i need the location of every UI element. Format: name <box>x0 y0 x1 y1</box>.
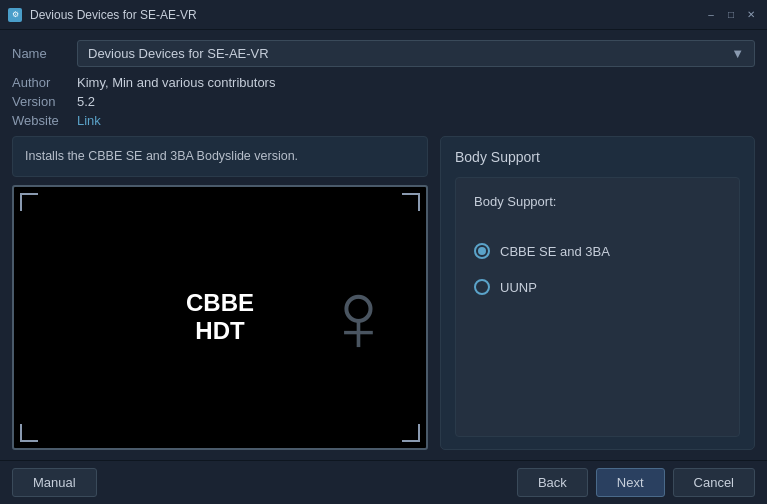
option-group-label: Body Support: <box>474 194 721 209</box>
window-title: Devious Devices for SE-AE-VR <box>30 8 703 22</box>
author-value: Kimy, Min and various contributors <box>77 75 275 90</box>
app-icon: ⚙ <box>8 8 22 22</box>
chevron-down-icon: ▼ <box>731 46 744 61</box>
name-row: Name Devious Devices for SE-AE-VR ▼ <box>12 40 755 67</box>
corner-br <box>402 424 420 442</box>
corner-tr <box>402 193 420 211</box>
radio-cbbe-indicator <box>474 243 490 259</box>
right-panel: Body Support Body Support: CBBE SE and 3… <box>440 136 755 450</box>
bottom-bar: Manual Back Next Cancel <box>0 460 767 504</box>
version-label: Version <box>12 94 67 109</box>
description-text: Installs the CBBE SE and 3BA Bodyslide v… <box>25 149 298 163</box>
left-panel: Installs the CBBE SE and 3BA Bodyslide v… <box>12 136 428 450</box>
radio-uunp-indicator <box>474 279 490 295</box>
manual-button[interactable]: Manual <box>12 468 97 497</box>
radio-option-cbbe[interactable]: CBBE SE and 3BA <box>474 243 721 259</box>
corner-bl <box>20 424 38 442</box>
section-title: Body Support <box>455 149 740 165</box>
section-inner: Body Support: CBBE SE and 3BA UUNP <box>455 177 740 437</box>
mod-image: ♀ CBBE HDT <box>12 185 428 450</box>
name-label: Name <box>12 46 67 61</box>
corner-tl <box>20 193 38 211</box>
nav-button-group: Back Next Cancel <box>517 468 755 497</box>
radio-uunp-label: UUNP <box>500 280 537 295</box>
minimize-button[interactable]: – <box>703 7 719 23</box>
next-button[interactable]: Next <box>596 468 665 497</box>
website-label: Website <box>12 113 67 128</box>
main-content: Name Devious Devices for SE-AE-VR ▼ Auth… <box>0 30 767 460</box>
website-link[interactable]: Link <box>77 113 101 128</box>
close-button[interactable]: ✕ <box>743 7 759 23</box>
back-button[interactable]: Back <box>517 468 588 497</box>
image-line1: CBBE <box>186 289 254 318</box>
version-value: 5.2 <box>77 94 95 109</box>
main-area: Installs the CBBE SE and 3BA Bodyslide v… <box>12 136 755 450</box>
version-row: Version 5.2 <box>12 92 755 111</box>
titlebar: ⚙ Devious Devices for SE-AE-VR – □ ✕ <box>0 0 767 30</box>
radio-option-uunp[interactable]: UUNP <box>474 279 721 295</box>
website-row: Website Link <box>12 111 755 130</box>
meta-rows: Author Kimy, Min and various contributor… <box>12 73 755 130</box>
radio-cbbe-label: CBBE SE and 3BA <box>500 244 610 259</box>
name-select-value: Devious Devices for SE-AE-VR <box>88 46 269 61</box>
maximize-button[interactable]: □ <box>723 7 739 23</box>
image-text-block: CBBE HDT <box>186 289 254 347</box>
description-box: Installs the CBBE SE and 3BA Bodyslide v… <box>12 136 428 177</box>
image-line2: HDT <box>186 317 254 346</box>
planet-symbol-icon: ♀ <box>321 260 396 375</box>
author-label: Author <box>12 75 67 90</box>
cancel-button[interactable]: Cancel <box>673 468 755 497</box>
author-row: Author Kimy, Min and various contributor… <box>12 73 755 92</box>
window-controls: – □ ✕ <box>703 7 759 23</box>
name-select[interactable]: Devious Devices for SE-AE-VR ▼ <box>77 40 755 67</box>
image-text: CBBE HDT <box>186 289 254 347</box>
